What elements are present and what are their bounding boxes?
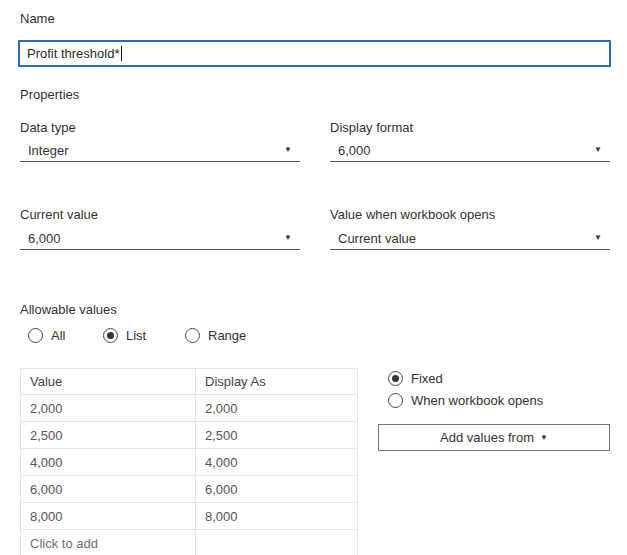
radio-all[interactable]: All bbox=[28, 328, 65, 343]
current-value-dropdown[interactable]: 6,000 ▼ bbox=[20, 227, 300, 250]
chevron-down-icon: ▼ bbox=[540, 434, 548, 442]
chevron-down-icon: ▼ bbox=[284, 146, 292, 154]
display-as-cell[interactable]: 4,000 bbox=[196, 449, 358, 476]
data-type-dropdown[interactable]: Integer ▼ bbox=[20, 139, 300, 162]
data-type-value: Integer bbox=[28, 143, 284, 158]
table-row[interactable]: 6,000 6,000 bbox=[21, 476, 358, 503]
value-cell[interactable]: 8,000 bbox=[21, 503, 196, 530]
radio-list[interactable]: List bbox=[103, 328, 146, 343]
table-row[interactable]: 2,500 2,500 bbox=[21, 422, 358, 449]
display-as-cell[interactable]: 2,000 bbox=[196, 395, 358, 422]
name-input[interactable]: Profit threshold* bbox=[18, 40, 611, 67]
radio-circle[interactable] bbox=[388, 371, 403, 386]
name-input-value: Profit threshold* bbox=[27, 46, 120, 61]
radio-circle[interactable] bbox=[185, 328, 200, 343]
empty-cell[interactable] bbox=[196, 530, 358, 555]
radio-list-label: List bbox=[126, 328, 146, 343]
chevron-down-icon: ▼ bbox=[284, 234, 292, 242]
table-row[interactable]: 2,000 2,000 bbox=[21, 395, 358, 422]
text-cursor bbox=[121, 46, 122, 61]
add-row[interactable]: Click to add bbox=[21, 530, 358, 555]
column-header-display-as: Display As bbox=[196, 369, 358, 395]
column-header-value: Value bbox=[21, 369, 196, 395]
display-format-label: Display format bbox=[330, 120, 413, 135]
value-cell[interactable]: 2,000 bbox=[21, 395, 196, 422]
value-cell[interactable]: 4,000 bbox=[21, 449, 196, 476]
radio-circle[interactable] bbox=[28, 328, 43, 343]
chevron-down-icon: ▼ bbox=[594, 234, 602, 242]
radio-fixed-label: Fixed bbox=[411, 371, 443, 386]
radio-when-workbook-opens[interactable]: When workbook opens bbox=[388, 393, 543, 408]
click-to-add-cell[interactable]: Click to add bbox=[21, 530, 196, 555]
table-row[interactable]: 4,000 4,000 bbox=[21, 449, 358, 476]
value-cell[interactable]: 6,000 bbox=[21, 476, 196, 503]
radio-circle[interactable] bbox=[103, 328, 118, 343]
display-as-cell[interactable]: 8,000 bbox=[196, 503, 358, 530]
radio-circle[interactable] bbox=[388, 393, 403, 408]
radio-when-workbook-opens-label: When workbook opens bbox=[411, 393, 543, 408]
chevron-down-icon: ▼ bbox=[594, 146, 602, 154]
add-values-from-label: Add values from bbox=[440, 430, 534, 445]
display-as-cell[interactable]: 2,500 bbox=[196, 422, 358, 449]
value-when-workbook-opens-value: Current value bbox=[338, 231, 594, 246]
allowable-values-label: Allowable values bbox=[20, 302, 117, 317]
value-when-workbook-opens-label: Value when workbook opens bbox=[330, 207, 495, 222]
radio-fixed[interactable]: Fixed bbox=[388, 371, 443, 386]
table-header-row: Value Display As bbox=[21, 369, 358, 395]
value-cell[interactable]: 2,500 bbox=[21, 422, 196, 449]
data-type-label: Data type bbox=[20, 120, 76, 135]
radio-all-label: All bbox=[51, 328, 65, 343]
radio-range[interactable]: Range bbox=[185, 328, 246, 343]
values-table: Value Display As 2,000 2,000 2,500 2,500… bbox=[20, 368, 358, 555]
display-format-dropdown[interactable]: 6,000 ▼ bbox=[330, 139, 610, 162]
display-format-value: 6,000 bbox=[338, 143, 594, 158]
properties-heading: Properties bbox=[20, 87, 79, 102]
current-value-value: 6,000 bbox=[28, 231, 284, 246]
table-row[interactable]: 8,000 8,000 bbox=[21, 503, 358, 530]
display-as-cell[interactable]: 6,000 bbox=[196, 476, 358, 503]
name-label: Name bbox=[20, 11, 55, 26]
current-value-label: Current value bbox=[20, 207, 98, 222]
add-values-from-button[interactable]: Add values from ▼ bbox=[378, 424, 610, 451]
radio-range-label: Range bbox=[208, 328, 246, 343]
value-when-workbook-opens-dropdown[interactable]: Current value ▼ bbox=[330, 227, 610, 250]
